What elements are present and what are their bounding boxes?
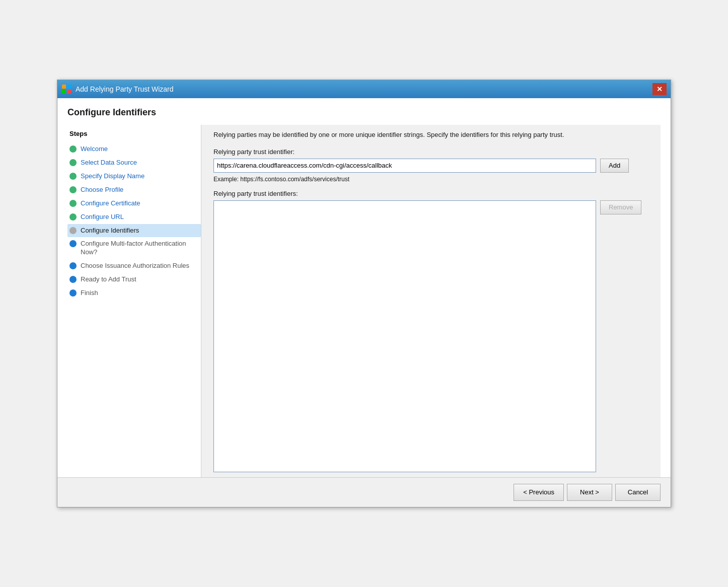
sidebar-item-select-data-source[interactable]: Select Data Source <box>67 156 201 170</box>
step-dot-configure-certificate <box>69 200 77 207</box>
main-layout: Steps Welcome Select Data Source Specify… <box>67 125 661 477</box>
step-dot-choose-issuance <box>69 262 77 269</box>
identifier-field-label: Relying party trust identifier: <box>213 148 650 156</box>
title-bar: Add Relying Party Trust Wizard ✕ <box>57 80 671 98</box>
previous-button[interactable]: < Previous <box>514 484 564 501</box>
sidebar-item-label-specify-display-name: Specify Display Name <box>81 172 144 181</box>
identifiers-box[interactable] <box>213 200 596 472</box>
page-title: Configure Identifiers <box>67 107 661 118</box>
sidebar-item-label-finish: Finish <box>81 289 98 298</box>
step-dot-select-data-source <box>69 159 77 166</box>
svg-rect-1 <box>67 85 71 89</box>
app-icon <box>61 84 71 94</box>
svg-rect-3 <box>67 90 71 94</box>
step-dot-choose-profile <box>69 186 77 193</box>
cancel-button[interactable]: Cancel <box>615 484 661 501</box>
next-button[interactable]: Next > <box>567 484 612 501</box>
add-button[interactable]: Add <box>600 159 629 173</box>
sidebar-item-configure-certificate[interactable]: Configure Certificate <box>67 197 201 210</box>
steps-label: Steps <box>67 130 201 137</box>
content-area: Configure Identifiers Steps Welcome Sele… <box>57 98 671 477</box>
close-button[interactable]: ✕ <box>652 83 667 95</box>
sidebar-item-welcome[interactable]: Welcome <box>67 142 201 156</box>
sidebar-item-label-configure-certificate: Configure Certificate <box>81 199 140 208</box>
sidebar-item-ready-to-add[interactable]: Ready to Add Trust <box>67 273 201 286</box>
sidebar-item-choose-profile[interactable]: Choose Profile <box>67 183 201 197</box>
title-bar-left: Add Relying Party Trust Wizard <box>61 84 174 94</box>
sidebar-item-configure-multifactor[interactable]: Configure Multi-factor Authentication No… <box>67 237 201 259</box>
identifiers-label: Relying party trust identifiers: <box>213 190 650 197</box>
sidebar-item-label-configure-url: Configure URL <box>81 213 124 222</box>
sidebar-item-configure-identifiers[interactable]: Configure Identifiers <box>67 224 201 238</box>
sidebar-item-label-select-data-source: Select Data Source <box>81 159 137 167</box>
sidebar-item-choose-issuance[interactable]: Choose Issuance Authorization Rules <box>67 259 201 273</box>
wizard-window: Add Relying Party Trust Wizard ✕ Configu… <box>57 80 671 507</box>
step-dot-finish <box>69 289 77 297</box>
svg-rect-0 <box>62 85 66 89</box>
step-dot-welcome <box>69 145 77 153</box>
sidebar-item-label-configure-multifactor: Configure Multi-factor Authentication No… <box>81 240 198 257</box>
identifier-input[interactable] <box>213 159 596 173</box>
sidebar: Steps Welcome Select Data Source Specify… <box>67 125 201 477</box>
identifier-input-row: Add <box>213 159 650 173</box>
sidebar-item-label-choose-profile: Choose Profile <box>81 186 123 194</box>
step-dot-specify-display-name <box>69 173 77 180</box>
sidebar-item-specify-display-name[interactable]: Specify Display Name <box>67 170 201 183</box>
step-dot-configure-multifactor <box>69 240 77 247</box>
step-dot-ready-to-add <box>69 276 77 283</box>
sidebar-item-label-choose-issuance: Choose Issuance Authorization Rules <box>81 262 189 270</box>
sidebar-item-label-ready-to-add: Ready to Add Trust <box>81 275 136 284</box>
sidebar-item-label-configure-identifiers: Configure Identifiers <box>81 227 139 235</box>
svg-rect-2 <box>62 90 66 94</box>
step-dot-configure-identifiers <box>69 227 77 234</box>
step-dot-configure-url <box>69 213 77 221</box>
sidebar-item-finish[interactable]: Finish <box>67 286 201 300</box>
right-panel: Relying parties may be identified by one… <box>201 125 661 477</box>
identifiers-row: Remove <box>213 200 650 472</box>
sidebar-item-configure-url[interactable]: Configure URL <box>67 210 201 224</box>
window-title: Add Relying Party Trust Wizard <box>76 85 174 93</box>
remove-button[interactable]: Remove <box>600 200 641 214</box>
example-text: Example: https://fs.contoso.com/adfs/ser… <box>213 176 650 183</box>
sidebar-item-label-welcome: Welcome <box>81 145 108 154</box>
description-text: Relying parties may be identified by one… <box>213 130 626 140</box>
footer: < Previous Next > Cancel <box>57 477 671 507</box>
